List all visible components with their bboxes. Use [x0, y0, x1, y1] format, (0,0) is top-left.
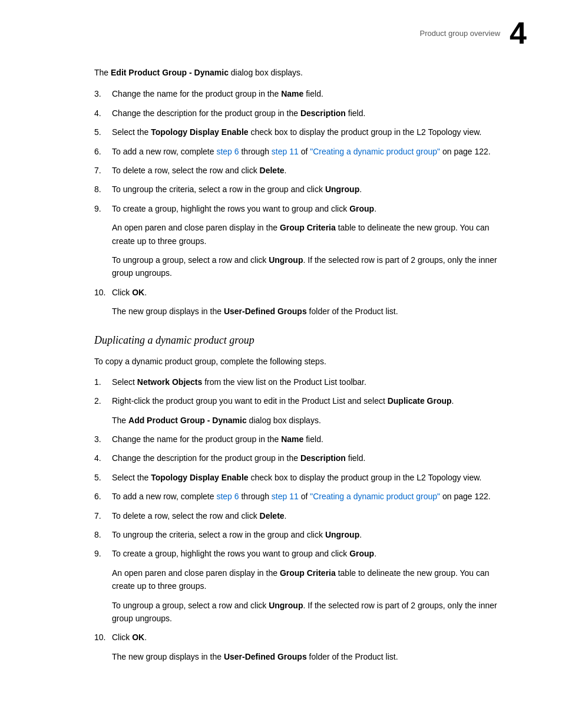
- item9-sub1: An open paren and close paren display in…: [112, 221, 503, 248]
- button-delete2: Delete: [260, 511, 285, 521]
- link-step11-s2[interactable]: step 11: [272, 492, 299, 501]
- section2-list-part2: 3. Change the name for the product group…: [94, 433, 503, 561]
- button-group: Group: [349, 204, 374, 213]
- list-content: Click OK.: [112, 631, 503, 644]
- list-content: To create a group, highlight the rows yo…: [112, 547, 503, 560]
- button-ok: OK: [132, 288, 144, 297]
- list-number: 7.: [94, 164, 112, 177]
- list-content: Select the Topology Display Enable check…: [112, 471, 503, 484]
- item2-sub: The Add Product Group - Dynamic dialog b…: [112, 414, 503, 427]
- list-number: 5.: [94, 126, 112, 139]
- link-creating-dynamic[interactable]: "Creating a dynamic product group": [310, 147, 440, 156]
- list-item: 9. To create a group, highlight the rows…: [94, 202, 503, 215]
- list-item: 7. To delete a row, select the row and c…: [94, 509, 503, 522]
- link-step11[interactable]: step 11: [272, 147, 299, 156]
- section2-item10-list: 10. Click OK.: [94, 631, 503, 644]
- list-number: 6.: [94, 145, 112, 158]
- list-content: To ungroup the criteria, select a row in…: [112, 528, 503, 541]
- list-item: 8. To ungroup the criteria, select a row…: [94, 528, 503, 541]
- list-number: 3.: [94, 433, 112, 446]
- list-item: 9. To create a group, highlight the rows…: [94, 547, 503, 560]
- list-number: 8.: [94, 183, 112, 196]
- list-content: Change the description for the product g…: [112, 107, 503, 120]
- list-content: To ungroup the criteria, select a row in…: [112, 183, 503, 196]
- network-objects: Network Objects: [137, 377, 202, 387]
- table-group-criteria2: Group Criteria: [280, 568, 336, 578]
- section2-list-part1: 1. Select Network Objects from the view …: [94, 375, 503, 408]
- list-content: To delete a row, select the row and clic…: [112, 164, 503, 177]
- list-item: 6. To add a new row, complete step 6 thr…: [94, 145, 503, 158]
- section1-item10-list: 10. Click OK.: [94, 286, 503, 299]
- list-number: 9.: [94, 547, 112, 560]
- add-product-group-dialog: Add Product Group - Dynamic: [128, 416, 247, 425]
- item10-sub: The new group displays in the User-Defin…: [112, 305, 503, 318]
- list-item: 4. Change the description for the produc…: [94, 107, 503, 120]
- list-number: 4.: [94, 452, 112, 465]
- checkbox-topology: Topology Display Enable: [151, 127, 248, 137]
- list-number: 9.: [94, 202, 112, 215]
- main-content: The Edit Product Group - Dynamic dialog …: [0, 54, 562, 693]
- list-content: Right-click the product group you want t…: [112, 394, 503, 407]
- list-item: 10. Click OK.: [94, 631, 503, 644]
- link-step6[interactable]: step 6: [216, 147, 239, 156]
- s2-item9-sub1: An open paren and close paren display in…: [112, 566, 503, 593]
- list-number: 6.: [94, 490, 112, 503]
- list-item: 5. Select the Topology Display Enable ch…: [94, 126, 503, 139]
- dialog-name: Edit Product Group - Dynamic: [111, 68, 229, 77]
- list-item: 2. Right-click the product group you wan…: [94, 394, 503, 407]
- chapter-number: 4: [510, 18, 527, 48]
- field-name: Name: [281, 89, 303, 98]
- button-ok2: OK: [132, 633, 144, 642]
- list-content: Change the name for the product group in…: [112, 87, 503, 100]
- list-content: Click OK.: [112, 286, 503, 299]
- intro-paragraph: The Edit Product Group - Dynamic dialog …: [94, 66, 503, 79]
- list-number: 4.: [94, 107, 112, 120]
- s2-item10-sub: The new group displays in the User-Defin…: [112, 650, 503, 663]
- item9-sub2: To ungroup a group, select a row and cli…: [112, 253, 503, 280]
- link-step6-s2[interactable]: step 6: [216, 492, 239, 501]
- table-group-criteria: Group Criteria: [280, 223, 336, 232]
- s2-item9-sub2: To ungroup a group, select a row and cli…: [112, 599, 503, 625]
- list-number: 2.: [94, 394, 112, 407]
- folder-user-defined2: User-Defined Groups: [224, 652, 307, 661]
- field-name2: Name: [281, 434, 303, 444]
- list-item: 3. Change the name for the product group…: [94, 87, 503, 100]
- section2-intro: To copy a dynamic product group, complet…: [94, 355, 503, 368]
- list-content: Change the description for the product g…: [112, 452, 503, 465]
- list-number: 3.: [94, 87, 112, 100]
- list-content: Change the name for the product group in…: [112, 433, 503, 446]
- list-number: 10.: [94, 631, 112, 644]
- list-item: 3. Change the name for the product group…: [94, 433, 503, 446]
- list-content: Select Network Objects from the view lis…: [112, 375, 503, 388]
- list-item: 10. Click OK.: [94, 286, 503, 299]
- button-ungroup2: Ungroup: [269, 255, 303, 265]
- list-item: 6. To add a new row, complete step 6 thr…: [94, 490, 503, 503]
- list-number: 1.: [94, 375, 112, 388]
- list-number: 5.: [94, 471, 112, 484]
- list-item: 1. Select Network Objects from the view …: [94, 375, 503, 388]
- duplicate-group: Duplicate Group: [388, 396, 452, 406]
- button-ungroup3: Ungroup: [325, 530, 359, 539]
- field-description: Description: [300, 108, 346, 118]
- list-item: 5. Select the Topology Display Enable ch…: [94, 471, 503, 484]
- list-content: To add a new row, complete step 6 throug…: [112, 490, 503, 503]
- list-content: To create a group, highlight the rows yo…: [112, 202, 503, 215]
- list-content: To add a new row, complete step 6 throug…: [112, 145, 503, 158]
- list-content: Select the Topology Display Enable check…: [112, 126, 503, 139]
- list-number: 7.: [94, 509, 112, 522]
- button-ungroup: Ungroup: [325, 185, 359, 194]
- button-group2: Group: [349, 549, 374, 558]
- link-creating-dynamic-s2[interactable]: "Creating a dynamic product group": [310, 492, 440, 501]
- list-number: 10.: [94, 286, 112, 299]
- list-item: 4. Change the description for the produc…: [94, 452, 503, 465]
- list-item: 7. To delete a row, select the row and c…: [94, 164, 503, 177]
- list-content: To delete a row, select the row and clic…: [112, 509, 503, 522]
- field-description2: Description: [300, 453, 346, 463]
- page-header: Product group overview 4: [0, 0, 562, 54]
- button-ungroup4: Ungroup: [269, 601, 303, 610]
- list-item: 8. To ungroup the criteria, select a row…: [94, 183, 503, 196]
- section2-heading: Duplicating a dynamic product group: [94, 334, 503, 347]
- page: Product group overview 4 The Edit Produc…: [0, 0, 562, 728]
- list-number: 8.: [94, 528, 112, 541]
- section1-list: 3. Change the name for the product group…: [94, 87, 503, 215]
